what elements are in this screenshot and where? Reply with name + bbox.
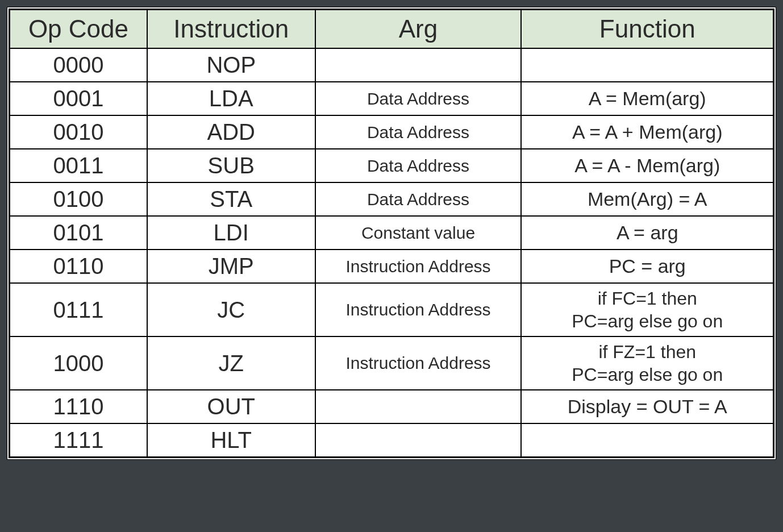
table-header-row: Op Code Instruction Arg Function (10, 10, 773, 48)
cell-arg: Data Address (315, 115, 522, 149)
cell-arg: Data Address (315, 82, 522, 115)
cell-opcode: 0000 (10, 48, 147, 82)
header-instruction: Instruction (147, 10, 315, 48)
cell-opcode: 1000 (10, 336, 147, 390)
cell-instruction: HLT (147, 423, 315, 457)
cell-opcode: 1111 (10, 423, 147, 457)
table-row: 0111 JC Instruction Address if FC=1 then… (10, 283, 773, 336)
cell-instruction: OUT (147, 390, 315, 423)
cell-function: A = Mem(arg) (521, 82, 773, 115)
cell-function: A = A + Mem(arg) (521, 115, 773, 149)
cell-function (521, 48, 773, 82)
cell-opcode: 1110 (10, 390, 147, 423)
cell-arg: Data Address (315, 149, 522, 182)
table-row: 0110 JMP Instruction Address PC = arg (10, 250, 773, 283)
cell-arg: Instruction Address (315, 283, 522, 336)
cell-opcode: 0011 (10, 149, 147, 182)
cell-arg (315, 390, 522, 423)
cell-arg (315, 423, 522, 457)
cell-function: Display = OUT = A (521, 390, 773, 423)
table-row: 1000 JZ Instruction Address if FZ=1 then… (10, 336, 773, 390)
cell-opcode: 0001 (10, 82, 147, 115)
table-row: 0100 STA Data Address Mem(Arg) = A (10, 182, 773, 216)
cell-instruction: NOP (147, 48, 315, 82)
table-row: 1110 OUT Display = OUT = A (10, 390, 773, 423)
table-row: 0101 LDI Constant value A = arg (10, 216, 773, 250)
table-row: 0001 LDA Data Address A = Mem(arg) (10, 82, 773, 115)
header-opcode: Op Code (10, 10, 147, 48)
table-body: 0000 NOP 0001 LDA Data Address A = Mem(a… (10, 48, 773, 457)
cell-opcode: 0100 (10, 182, 147, 216)
cell-function: if FC=1 thenPC=arg else go on (521, 283, 773, 336)
cell-function: A = arg (521, 216, 773, 250)
cell-function: Mem(Arg) = A (521, 182, 773, 216)
cell-instruction: ADD (147, 115, 315, 149)
cell-instruction: JMP (147, 250, 315, 283)
cell-instruction: LDA (147, 82, 315, 115)
cell-function (521, 423, 773, 457)
table-row: 0011 SUB Data Address A = A - Mem(arg) (10, 149, 773, 182)
cell-instruction: JZ (147, 336, 315, 390)
cell-instruction: JC (147, 283, 315, 336)
header-arg: Arg (315, 10, 522, 48)
instruction-table: Op Code Instruction Arg Function 0000 NO… (9, 9, 774, 458)
cell-arg: Instruction Address (315, 336, 522, 390)
cell-opcode: 0101 (10, 216, 147, 250)
cell-function: A = A - Mem(arg) (521, 149, 773, 182)
cell-opcode: 0110 (10, 250, 147, 283)
cell-arg: Instruction Address (315, 250, 522, 283)
cell-function: if FZ=1 thenPC=arg else go on (521, 336, 773, 390)
cell-instruction: SUB (147, 149, 315, 182)
cell-function: PC = arg (521, 250, 773, 283)
header-function: Function (521, 10, 773, 48)
table-row: 0000 NOP (10, 48, 773, 82)
instruction-table-wrapper: Op Code Instruction Arg Function 0000 NO… (7, 7, 776, 460)
table-row: 1111 HLT (10, 423, 773, 457)
cell-instruction: STA (147, 182, 315, 216)
cell-opcode: 0010 (10, 115, 147, 149)
cell-opcode: 0111 (10, 283, 147, 336)
cell-instruction: LDI (147, 216, 315, 250)
cell-arg: Data Address (315, 182, 522, 216)
cell-arg (315, 48, 522, 82)
table-row: 0010 ADD Data Address A = A + Mem(arg) (10, 115, 773, 149)
cell-arg: Constant value (315, 216, 522, 250)
